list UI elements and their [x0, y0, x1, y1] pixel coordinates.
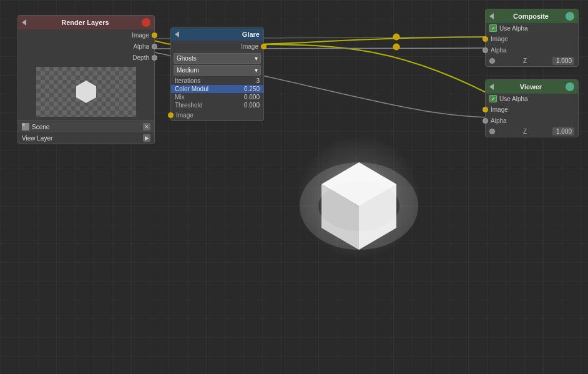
render-layers-triangle [22, 19, 26, 26]
glare-header: Glare [171, 28, 263, 41]
viewer-node: Viewer ✓ Use Alpha Image Alpha Z 1.000 [485, 79, 579, 137]
glare-colormod-value[interactable]: 0.250 [244, 86, 260, 92]
viewer-z-label: Z [523, 128, 527, 135]
glare-quality-dropdown[interactable]: Medium ▾ [174, 65, 261, 76]
glare-mix-value[interactable]: 0.000 [244, 94, 260, 101]
composite-z-label: Z [523, 57, 527, 64]
viewer-image-label: Image [491, 106, 508, 113]
rl-image-output: Image [18, 29, 154, 41]
glare-title: Glare [242, 31, 260, 38]
composite-title: Composite [513, 12, 549, 20]
viewer-image-socket[interactable] [483, 107, 488, 112]
viewer-triangle [489, 84, 494, 90]
composite-node: Composite ✓ Use Alpha Image Alpha Z 1.00… [485, 9, 579, 67]
glare-output-socket[interactable] [168, 112, 174, 118]
rl-alpha-socket[interactable] [152, 44, 157, 49]
render-layers-title: Render Layers [61, 19, 109, 26]
glare-image-output: Image [171, 109, 263, 121]
view-layer-arrow-btn[interactable]: ▶ [143, 134, 150, 142]
scene-close-btn[interactable]: ✕ [143, 123, 150, 130]
rl-depth-label: Depth [132, 54, 149, 61]
scene-name: Scene [32, 124, 140, 130]
viewer-alpha-label: Alpha [491, 117, 507, 124]
viewer-use-alpha-checkbox[interactable]: ✓ [489, 95, 497, 102]
viewer-header: Viewer [486, 80, 578, 94]
glare-node: Glare Image Ghosts ▾ Medium ▾ Iterations… [170, 27, 264, 121]
glare-threshold-row: Threshold 0.000 [171, 101, 263, 109]
glare-threshold-label: Threshold [175, 102, 202, 109]
glare-iterations-row: Iterations 3 [171, 77, 263, 85]
composite-alpha-label: Alpha [491, 47, 507, 54]
rl-depth-socket[interactable] [152, 55, 157, 61]
glare-quality-value: Medium [177, 67, 199, 74]
glare-type-dropdown[interactable]: Ghosts ▾ [174, 53, 261, 64]
composite-z-value[interactable]: 1.000 [552, 57, 574, 65]
glare-type-value: Ghosts [177, 55, 197, 62]
view-layer-name: View Layer [22, 135, 140, 142]
rl-image-label: Image [132, 32, 149, 39]
glare-mix-row: Mix 0.000 [171, 93, 263, 101]
glare-input-socket[interactable] [261, 44, 267, 49]
viewer-alpha-socket[interactable] [483, 118, 488, 124]
glare-mix-label: Mix [175, 94, 185, 101]
composite-image-socket[interactable] [483, 36, 488, 42]
cube-preview [300, 137, 418, 256]
viewer-image-input: Image [486, 104, 578, 115]
render-preview [36, 67, 136, 117]
viewer-title: Viewer [520, 83, 542, 91]
glare-colormod-label: Color Modul [175, 86, 208, 92]
glare-image-input: Image [171, 41, 263, 52]
glare-triangle [175, 31, 179, 37]
composite-image-input: Image [486, 33, 578, 44]
svg-point-1 [393, 34, 399, 40]
glare-quality-chevron: ▾ [255, 67, 258, 74]
viewer-use-alpha-row: ✓ Use Alpha [486, 94, 578, 104]
composite-use-alpha-label: Use Alpha [499, 25, 528, 32]
composite-icon [566, 12, 574, 21]
render-layers-header: Render Layers [18, 16, 154, 29]
glare-iterations-label: Iterations [175, 77, 200, 84]
scene-icon [22, 123, 29, 130]
render-layers-node: Render Layers Image Alpha Depth Scene ✕ [17, 15, 155, 144]
composite-use-alpha-checkbox[interactable]: ✓ [489, 24, 497, 32]
rl-image-socket[interactable] [152, 32, 157, 38]
viewer-icon [566, 82, 574, 91]
viewer-z-row: Z 1.000 [486, 126, 578, 137]
glare-input-label: Image [241, 43, 258, 50]
composite-alpha-socket[interactable] [483, 47, 488, 53]
composite-header: Composite [486, 9, 578, 23]
glare-threshold-value[interactable]: 0.000 [244, 102, 260, 109]
composite-alpha-input: Alpha [486, 44, 578, 56]
cube-svg [300, 137, 418, 256]
viewer-z-socket[interactable] [489, 129, 495, 134]
glare-output-label: Image [176, 112, 194, 119]
viewer-alpha-input: Alpha [486, 115, 578, 126]
glare-type-chevron: ▾ [255, 55, 258, 62]
composite-use-alpha-row: ✓ Use Alpha [486, 23, 578, 33]
composite-image-label: Image [491, 36, 508, 42]
glare-iterations-value[interactable]: 3 [256, 77, 260, 84]
scene-row: Scene ✕ [18, 121, 154, 132]
composite-z-socket[interactable] [489, 58, 495, 64]
view-layer-row: View Layer ▶ [18, 132, 154, 144]
rl-alpha-label: Alpha [133, 43, 149, 50]
composite-triangle [489, 13, 494, 19]
rl-alpha-output: Alpha [18, 41, 154, 52]
composite-z-row: Z 1.000 [486, 56, 578, 66]
viewer-z-value[interactable]: 1.000 [552, 127, 574, 135]
glare-color-mod-row: Color Modul 0.250 [171, 85, 263, 93]
svg-point-2 [393, 44, 399, 50]
rl-depth-output: Depth [18, 52, 154, 63]
viewer-use-alpha-label: Use Alpha [499, 96, 528, 102]
render-layers-close-btn[interactable] [142, 18, 150, 27]
